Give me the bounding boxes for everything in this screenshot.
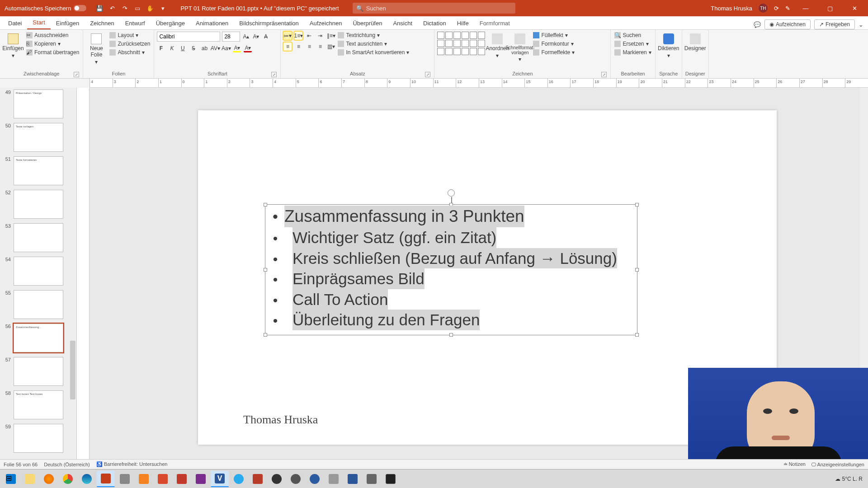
slide-thumbnail-58[interactable]: 58Text boxen Text boxes [3, 390, 74, 419]
slide-thumbnail-52[interactable]: 52 [3, 190, 74, 219]
tab-start[interactable]: Start [27, 16, 50, 29]
redo-icon[interactable]: ↷ [121, 4, 129, 12]
tab-entwurf[interactable]: Entwurf [120, 17, 151, 29]
maximize-button[interactable]: ▢ [821, 0, 839, 16]
tab-animationen[interactable]: Animationen [190, 17, 234, 29]
resize-handle-sw[interactable] [264, 333, 267, 337]
share-button[interactable]: ↗ Freigeben [814, 19, 855, 29]
touch-icon[interactable]: ✋ [146, 4, 154, 12]
align-left-button[interactable]: ≡ [283, 42, 292, 51]
document-title[interactable]: PPT 01 Roter Faden 001.pptx • Auf "diese… [171, 5, 348, 12]
shadow-button[interactable]: ab [200, 44, 208, 52]
collapse-ribbon-icon[interactable]: ⌄ [859, 21, 863, 28]
align-right-button[interactable]: ≡ [305, 42, 313, 51]
app-button-4[interactable] [249, 471, 267, 487]
font-color-button[interactable]: A▾ [244, 44, 252, 52]
app-button-7[interactable] [306, 471, 324, 487]
bullet-item[interactable]: Einprägsames Bild [266, 268, 636, 289]
select-button[interactable]: Markieren▾ [613, 49, 652, 56]
sync-icon[interactable]: ⟳ [774, 5, 779, 12]
tab-dictation[interactable]: Dictation [418, 17, 452, 29]
resize-handle-se[interactable] [635, 333, 639, 337]
comments-icon[interactable]: 💬 [754, 21, 761, 28]
clear-format-button[interactable]: A̶ [262, 33, 270, 41]
slide-thumbnail-55[interactable]: 55 [3, 290, 74, 319]
bullet-item[interactable]: Zusammenfassung in 3 Punkten [266, 206, 636, 227]
case-button[interactable]: Aa▾ [222, 44, 230, 52]
italic-button[interactable]: K [168, 44, 176, 52]
thumbnails-scrollbar[interactable] [69, 88, 76, 459]
telegram-button[interactable] [230, 471, 248, 487]
explorer-button[interactable] [21, 471, 39, 487]
app-button-1[interactable] [116, 471, 134, 487]
bold-button[interactable]: F [157, 44, 165, 52]
tab-hilfe[interactable]: Hilfe [452, 17, 474, 29]
text-direction-button[interactable]: Textrichtung▾ [337, 32, 410, 39]
align-center-button[interactable]: ≡ [294, 42, 302, 51]
shape-outline-button[interactable]: Formkontur▾ [532, 40, 576, 47]
tab-ueberpruefen[interactable]: Überprüfen [347, 17, 387, 29]
bullet-item[interactable]: Überleitung zu den Fragen [266, 310, 636, 330]
vlc-button[interactable] [135, 471, 153, 487]
vertical-ruler[interactable] [77, 88, 90, 459]
resize-handle-s[interactable] [449, 333, 453, 337]
author-text[interactable]: Thomas Hruska [243, 413, 318, 427]
display-settings-button[interactable]: 🖵 Anzeigeeinstellungen [811, 462, 864, 467]
onenote-button[interactable] [192, 471, 210, 487]
accessibility-status[interactable]: ♿ Barrierefreiheit: Untersuchen [96, 461, 168, 467]
slide-thumbnail-53[interactable]: 53 [3, 223, 74, 252]
app-button-5[interactable] [268, 471, 286, 487]
draw-icon[interactable]: ✎ [785, 5, 790, 12]
new-slide-button[interactable]: Neue Folie▾ [86, 32, 107, 67]
slideshow-icon[interactable]: ▭ [133, 4, 142, 12]
replace-button[interactable]: Ersetzen▾ [613, 40, 652, 47]
weather-widget[interactable]: ☁ 5°C L. R [835, 476, 863, 482]
system-tray[interactable]: ☁ 5°C L. R [835, 476, 866, 482]
rotate-handle[interactable] [448, 189, 455, 197]
close-button[interactable]: ✕ [845, 0, 863, 16]
smartart-button[interactable]: In SmartArt konvertieren▾ [337, 49, 410, 56]
app-button-2[interactable] [154, 471, 172, 487]
start-button[interactable]: ⊞ [2, 471, 20, 487]
chrome-button[interactable] [59, 471, 77, 487]
bullet-item[interactable]: Wichtiger Satz (ggf. ein Zitat) [266, 227, 636, 248]
tab-zeichnen[interactable]: Zeichnen [85, 17, 119, 29]
firefox-button[interactable] [40, 471, 58, 487]
tab-uebergaenge[interactable]: Übergänge [151, 17, 190, 29]
edge-button[interactable] [78, 471, 96, 487]
spacing-button[interactable]: AV▾ [211, 44, 219, 52]
word-button[interactable] [344, 471, 362, 487]
underline-button[interactable]: U [179, 44, 187, 52]
layout-button[interactable]: Layout▾ [108, 32, 151, 39]
decrease-indent-button[interactable]: ⇤ [305, 32, 313, 40]
content-textbox[interactable]: Zusammenfassung in 3 PunktenWichtiger Sa… [266, 205, 637, 331]
record-button[interactable]: ◉ Aufzeichnen [764, 19, 811, 29]
powerpoint-button[interactable] [97, 471, 115, 487]
quick-styles-button[interactable]: Schnellformat- vorlagen▾ [509, 32, 530, 64]
slide-thumbnail-56[interactable]: 56Zusammenfassung... [3, 324, 74, 352]
find-button[interactable]: 🔍Suchen [613, 32, 652, 39]
slide-count[interactable]: Folie 56 von 66 [4, 462, 38, 467]
obs-button[interactable] [382, 471, 400, 487]
clipboard-launcher[interactable]: ⤢ [74, 72, 79, 77]
minimize-button[interactable]: — [797, 0, 815, 16]
columns-button[interactable]: ▥▾ [327, 42, 335, 51]
arrange-button[interactable]: Anordnen▾ [487, 32, 508, 61]
bullet-item[interactable]: Call To Action [266, 289, 636, 310]
slide-thumbnail-54[interactable]: 54 [3, 257, 74, 286]
font-name-input[interactable] [157, 32, 220, 42]
shrink-font-button[interactable]: A▾ [252, 33, 260, 41]
line-spacing-button[interactable]: ‖≡▾ [327, 32, 335, 40]
align-text-button[interactable]: Text ausrichten▾ [337, 40, 410, 47]
font-size-input[interactable] [222, 32, 240, 42]
highlight-button[interactable]: A▾ [233, 44, 241, 52]
font-launcher[interactable]: ⤢ [271, 72, 277, 77]
paragraph-launcher[interactable]: ⤢ [425, 72, 430, 77]
tab-ansicht[interactable]: Ansicht [387, 17, 418, 29]
paste-button[interactable]: Einfügen▾ [3, 32, 24, 61]
slide-thumbnail-51[interactable]: 51Texte formatieren [3, 156, 74, 185]
horizontal-ruler[interactable]: 4321012345678910111213141516171819202122… [90, 79, 868, 88]
autosave-toggle[interactable]: Automatisches Speichern [0, 5, 91, 12]
bullet-item[interactable]: Kreis schließen (Bezug auf Anfang → Lösu… [266, 248, 636, 269]
increase-indent-button[interactable]: ⇥ [316, 32, 324, 40]
